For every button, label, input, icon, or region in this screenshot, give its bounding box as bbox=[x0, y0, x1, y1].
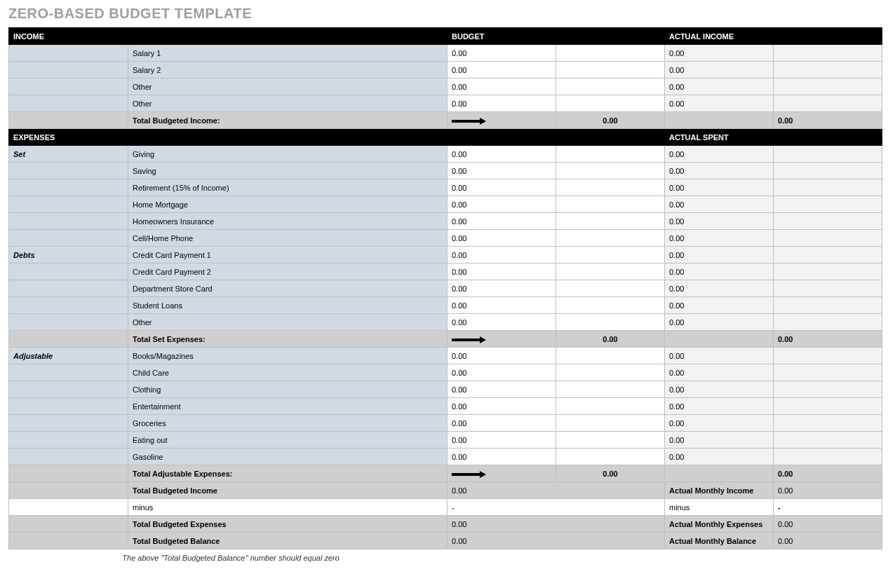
adjustable-actual-cell[interactable]: 0.00 bbox=[665, 449, 774, 465]
adjustable-actual-cell[interactable]: 0.00 bbox=[665, 348, 774, 364]
income-actual-spacer[interactable] bbox=[774, 62, 882, 78]
income-actual-cell[interactable]: 0.00 bbox=[665, 78, 774, 95]
sum-spacer bbox=[9, 499, 128, 516]
adjustable-budget-spacer[interactable] bbox=[556, 364, 665, 381]
set-actual-cell[interactable]: 0.00 bbox=[665, 163, 774, 179]
debts-actual-cell[interactable]: 0.00 bbox=[665, 297, 774, 314]
debts-actual-spacer[interactable] bbox=[774, 264, 882, 280]
income-actual-spacer[interactable] bbox=[774, 78, 882, 95]
income-actual-cell[interactable]: 0.00 bbox=[665, 45, 774, 62]
header-expenses: EXPENSES bbox=[9, 129, 665, 146]
debts-actual-cell[interactable]: 0.00 bbox=[665, 280, 774, 297]
set-budget-cell[interactable]: 0.00 bbox=[448, 146, 556, 163]
adjustable-budget-cell[interactable]: 0.00 bbox=[448, 364, 556, 381]
income-actual-spacer[interactable] bbox=[774, 45, 882, 62]
adjustable-actual-cell[interactable]: 0.00 bbox=[665, 432, 774, 449]
debts-budget-cell[interactable]: 0.00 bbox=[448, 297, 556, 314]
debts-actual-spacer[interactable] bbox=[774, 314, 882, 331]
set-actual-spacer[interactable] bbox=[774, 146, 882, 163]
sum-total-budgeted-expenses-val: 0.00 bbox=[448, 516, 665, 533]
group-debts bbox=[9, 297, 128, 314]
set-budget-spacer[interactable] bbox=[556, 146, 665, 163]
debts-actual-spacer[interactable] bbox=[774, 247, 882, 264]
set-budget-cell[interactable]: 0.00 bbox=[448, 163, 556, 179]
group-adjustable bbox=[9, 449, 128, 465]
set-budget-cell[interactable]: 0.00 bbox=[448, 230, 556, 247]
adjustable-actual-spacer[interactable] bbox=[774, 381, 882, 398]
adjustable-budget-cell[interactable]: 0.00 bbox=[448, 398, 556, 415]
adjustable-actual-spacer[interactable] bbox=[774, 432, 882, 449]
adjustable-actual-cell[interactable]: 0.00 bbox=[665, 415, 774, 432]
adjustable-actual-spacer[interactable] bbox=[774, 398, 882, 415]
adjustable-budget-spacer[interactable] bbox=[556, 415, 665, 432]
set-budget-cell[interactable]: 0.00 bbox=[448, 179, 556, 196]
adjustable-actual-spacer[interactable] bbox=[774, 449, 882, 465]
debts-actual-cell[interactable]: 0.00 bbox=[665, 314, 774, 331]
adjustable-budget-spacer[interactable] bbox=[556, 381, 665, 398]
group-set: Set bbox=[9, 146, 128, 163]
set-actual-cell[interactable]: 0.00 bbox=[665, 179, 774, 196]
income-actual-cell[interactable]: 0.00 bbox=[665, 62, 774, 78]
debts-budget-spacer[interactable] bbox=[556, 314, 665, 331]
debts-budget-spacer[interactable] bbox=[556, 247, 665, 264]
adjustable-actual-spacer[interactable] bbox=[774, 348, 882, 364]
income-budget-spacer[interactable] bbox=[556, 62, 665, 78]
sum-actual-monthly-income-label: Actual Monthly Income bbox=[665, 482, 774, 499]
set-actual-spacer[interactable] bbox=[774, 163, 882, 179]
set-label: Home Mortgage bbox=[128, 196, 448, 213]
adjustable-budget-cell[interactable]: 0.00 bbox=[448, 449, 556, 465]
debts-actual-cell[interactable]: 0.00 bbox=[665, 247, 774, 264]
adjustable-budget-spacer[interactable] bbox=[556, 449, 665, 465]
adjustable-budget-cell[interactable]: 0.00 bbox=[448, 381, 556, 398]
income-budget-spacer[interactable] bbox=[556, 78, 665, 95]
adjustable-actual-cell[interactable]: 0.00 bbox=[665, 381, 774, 398]
adjustable-budget-spacer[interactable] bbox=[556, 398, 665, 415]
group-adjustable bbox=[9, 364, 128, 381]
set-actual-cell[interactable]: 0.00 bbox=[665, 230, 774, 247]
debts-budget-cell[interactable]: 0.00 bbox=[448, 264, 556, 280]
income-budget-cell[interactable]: 0.00 bbox=[448, 45, 556, 62]
set-actual-spacer[interactable] bbox=[774, 213, 882, 230]
set-budget-cell[interactable]: 0.00 bbox=[448, 213, 556, 230]
adjustable-budget-spacer[interactable] bbox=[556, 348, 665, 364]
debts-budget-cell[interactable]: 0.00 bbox=[448, 280, 556, 297]
debts-actual-cell[interactable]: 0.00 bbox=[665, 264, 774, 280]
debts-label: Credit Card Payment 1 bbox=[128, 247, 448, 264]
income-actual-spacer[interactable] bbox=[774, 95, 882, 112]
sum-minus-right-val: - bbox=[774, 499, 882, 516]
set-budget-spacer[interactable] bbox=[556, 196, 665, 213]
debts-budget-spacer[interactable] bbox=[556, 297, 665, 314]
income-actual-cell[interactable]: 0.00 bbox=[665, 95, 774, 112]
adjustable-budget-cell[interactable]: 0.00 bbox=[448, 415, 556, 432]
set-actual-spacer[interactable] bbox=[774, 179, 882, 196]
debts-budget-spacer[interactable] bbox=[556, 280, 665, 297]
income-budget-spacer[interactable] bbox=[556, 45, 665, 62]
adjustable-budget-cell[interactable]: 0.00 bbox=[448, 432, 556, 449]
total-arrow bbox=[448, 331, 556, 348]
set-actual-spacer[interactable] bbox=[774, 196, 882, 213]
set-budget-cell[interactable]: 0.00 bbox=[448, 196, 556, 213]
set-actual-cell[interactable]: 0.00 bbox=[665, 146, 774, 163]
adjustable-actual-spacer[interactable] bbox=[774, 364, 882, 381]
adjustable-actual-cell[interactable]: 0.00 bbox=[665, 398, 774, 415]
adjustable-actual-cell[interactable]: 0.00 bbox=[665, 364, 774, 381]
debts-budget-spacer[interactable] bbox=[556, 264, 665, 280]
set-budget-spacer[interactable] bbox=[556, 179, 665, 196]
set-budget-spacer[interactable] bbox=[556, 230, 665, 247]
income-budget-cell[interactable]: 0.00 bbox=[448, 95, 556, 112]
debts-actual-spacer[interactable] bbox=[774, 280, 882, 297]
adjustable-budget-cell[interactable]: 0.00 bbox=[448, 348, 556, 364]
adjustable-actual-spacer[interactable] bbox=[774, 415, 882, 432]
set-budget-spacer[interactable] bbox=[556, 213, 665, 230]
set-actual-cell[interactable]: 0.00 bbox=[665, 213, 774, 230]
set-actual-spacer[interactable] bbox=[774, 230, 882, 247]
adjustable-budget-spacer[interactable] bbox=[556, 432, 665, 449]
set-actual-cell[interactable]: 0.00 bbox=[665, 196, 774, 213]
income-budget-cell[interactable]: 0.00 bbox=[448, 78, 556, 95]
set-budget-spacer[interactable] bbox=[556, 163, 665, 179]
income-budget-spacer[interactable] bbox=[556, 95, 665, 112]
debts-budget-cell[interactable]: 0.00 bbox=[448, 247, 556, 264]
income-budget-cell[interactable]: 0.00 bbox=[448, 62, 556, 78]
debts-actual-spacer[interactable] bbox=[774, 297, 882, 314]
debts-budget-cell[interactable]: 0.00 bbox=[448, 314, 556, 331]
